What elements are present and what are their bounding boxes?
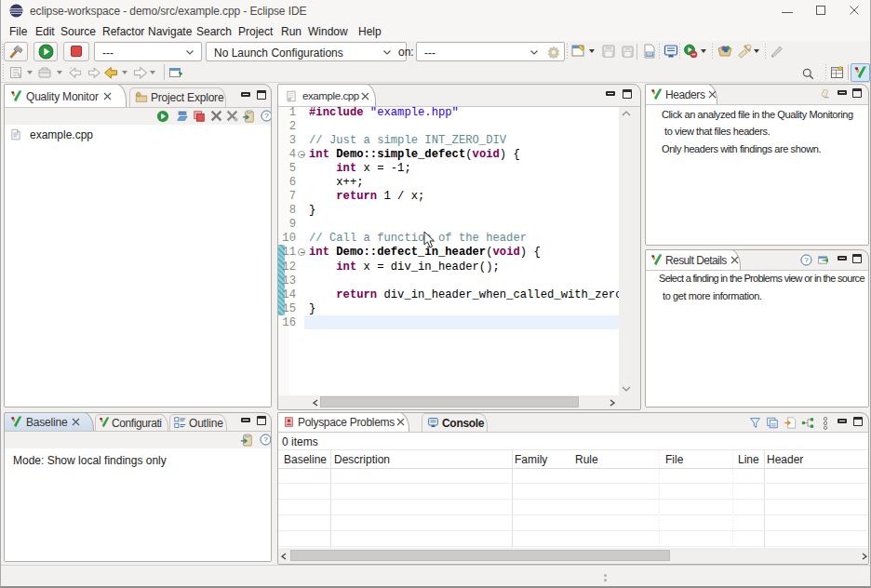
svg-text:010: 010 — [647, 52, 654, 57]
svg-text:?: ? — [804, 256, 809, 264]
svg-text:?: ? — [263, 435, 268, 444]
svg-text:?: ? — [264, 112, 269, 120]
svg-text:c: c — [288, 95, 291, 101]
